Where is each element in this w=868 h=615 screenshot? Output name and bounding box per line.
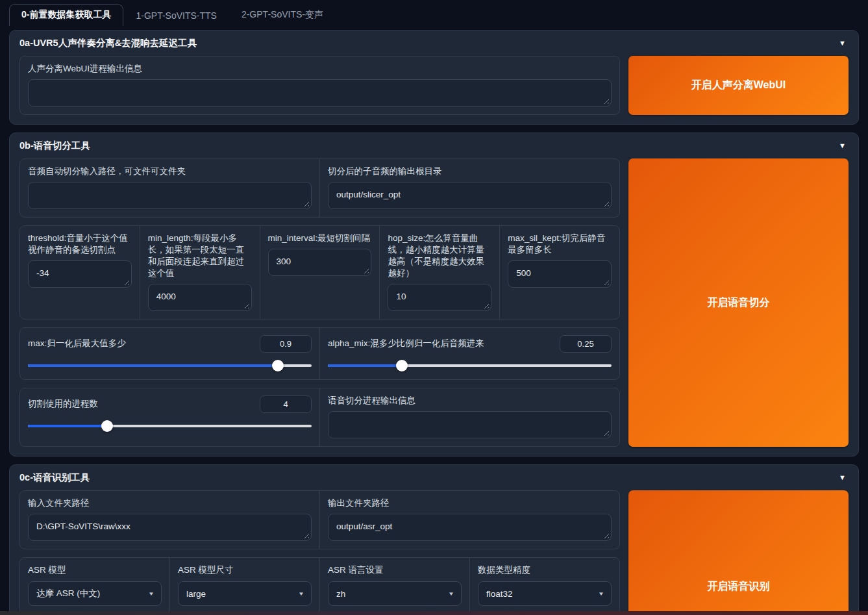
slicer-output-info-textarea[interactable]	[328, 411, 612, 438]
section-0c-title: 0c-语音识别工具	[19, 471, 90, 484]
bottom-gradient-strip	[0, 611, 868, 615]
slider-n-process-fill	[28, 425, 107, 427]
slider-max-label: max:归一化后最大值多少	[28, 338, 126, 349]
section-0a-body: 人声分离WebUI进程输出信息 开启人声分离WebUI	[19, 56, 849, 115]
slicer-input-path-cell: 音频自动切分输入路径，可文件可文件夹	[20, 159, 319, 217]
slicer-paths-group: 音频自动切分输入路径，可文件可文件夹 切分后的子音频的输出根目录 output/…	[19, 158, 620, 218]
dropdown-caret-icon: ▼	[148, 591, 155, 597]
param-max-sil-kept-cell: max_sil_kept:切完后静音最多留多长 500	[499, 226, 619, 319]
asr-options-group: ASR 模型 达摩 ASR (中文) ▼ ASR 模型尺寸 large ▼	[19, 557, 620, 614]
uvr5-output-label: 人声分离WebUI进程输出信息	[28, 63, 612, 75]
tab-dataset-tools[interactable]: 0-前置数据集获取工具	[9, 4, 123, 26]
param-max-sil-kept-textarea[interactable]: 500	[508, 260, 612, 288]
param-hop-size-cell: hop_size:怎么算音量曲线，越小精度越大计算量越高（不是精度越大效果越好）…	[379, 226, 499, 319]
asr-model-size-dropdown[interactable]: large ▼	[178, 581, 312, 606]
asr-output-dir-cell: 输出文件夹路径 output/asr_opt	[319, 491, 619, 549]
param-min-interval-textarea[interactable]: 300	[268, 249, 372, 276]
slider-max-cell: max:归一化后最大值多少	[20, 328, 319, 379]
section-0a-btn-col: 开启人声分离WebUI	[628, 56, 849, 115]
slicer-output-dir-textarea[interactable]: output/slicer_opt	[328, 182, 612, 209]
section-0c-body: 输入文件夹路径 D:\GPT-SoVITS\raw\xxx 输出文件夹路径 ou…	[19, 490, 849, 615]
slider-alpha-mix-handle[interactable]	[396, 360, 408, 371]
asr-input-dir-cell: 输入文件夹路径 D:\GPT-SoVITS\raw\xxx	[20, 491, 319, 549]
open-uvr5-webui-button[interactable]: 开启人声分离WebUI	[628, 56, 849, 115]
param-min-length-label: min_length:每段最小多长，如果第一段太短一直和后面段连起来直到超过这个…	[148, 232, 252, 279]
param-min-length-textarea[interactable]: 4000	[148, 284, 252, 311]
slicer-output-dir-label: 切分后的子音频的输出根目录	[328, 166, 612, 177]
param-threshold-label: threshold:音量小于这个值视作静音的备选切割点	[28, 232, 132, 256]
asr-precision-dropdown[interactable]: float32 ▼	[478, 581, 612, 606]
param-hop-size-label: hop_size:怎么算音量曲线，越小精度越大计算量越高（不是精度越大效果越好）	[388, 232, 491, 279]
slider-alpha-mix-top: alpha_mix:混多少比例归一化后音频进来	[328, 334, 612, 353]
slider-max-value-input[interactable]	[260, 335, 312, 353]
slider-alpha-mix-cell: alpha_mix:混多少比例归一化后音频进来	[319, 328, 619, 379]
asr-input-dir-label: 输入文件夹路径	[28, 497, 312, 509]
collapse-icon[interactable]: ▼	[836, 38, 849, 48]
asr-input-dir-textarea[interactable]: D:\GPT-SoVITS\raw\xxx	[28, 514, 312, 541]
slider-max-track-zone	[28, 360, 312, 371]
section-0a-uvr5: 0a-UVR5人声伴奏分离&去混响去延迟工具 ▼ 人声分离WebUI进程输出信息	[9, 30, 859, 125]
param-min-length-wrap: 4000	[148, 284, 252, 311]
slider-n-process-top: 切割使用的进程数	[28, 395, 312, 413]
asr-output-dir-label: 输出文件夹路径	[328, 497, 612, 509]
slider-n-process-label: 切割使用的进程数	[28, 398, 98, 410]
slicer-params-group: threshold:音量小于这个值视作静音的备选切割点 -34 min_leng…	[19, 225, 620, 320]
tab-gpt-sovits-voice-change[interactable]: 2-GPT-SoVITS-变声	[229, 4, 336, 26]
section-0a-form: 人声分离WebUI进程输出信息	[19, 56, 620, 115]
section-0a-header: 0a-UVR5人声伴奏分离&去混响去延迟工具 ▼	[19, 35, 849, 51]
slicer-output-info-label: 语音切分进程输出信息	[328, 395, 612, 407]
uvr5-output-textarea[interactable]	[28, 79, 612, 107]
slicer-input-path-textarea[interactable]	[28, 182, 312, 209]
section-0b-header: 0b-语音切分工具 ▼	[19, 138, 849, 153]
asr-model-cell: ASR 模型 达摩 ASR (中文) ▼	[20, 558, 169, 614]
section-0c-header: 0c-语音识别工具 ▼	[19, 470, 849, 485]
slider-n-process-track-zone	[28, 420, 312, 432]
slider-n-process-cell: 切割使用的进程数	[20, 388, 319, 446]
slicer-output-info-cell: 语音切分进程输出信息	[319, 388, 619, 446]
section-0b-title: 0b-语音切分工具	[19, 140, 90, 152]
dropdown-caret-icon: ▼	[598, 591, 604, 597]
asr-model-dropdown[interactable]: 达摩 ASR (中文) ▼	[28, 581, 162, 606]
param-hop-size-wrap: 10	[388, 284, 491, 311]
param-min-interval-label: min_interval:最短切割间隔	[268, 232, 372, 244]
start-slicing-button[interactable]: 开启语音切分	[628, 158, 849, 447]
asr-precision-value: float32	[486, 589, 513, 599]
slider-n-process-handle[interactable]	[101, 420, 113, 432]
param-threshold-textarea[interactable]: -34	[28, 260, 132, 288]
asr-language-dropdown[interactable]: zh ▼	[328, 581, 462, 606]
section-0a-title: 0a-UVR5人声伴奏分离&去混响去延迟工具	[19, 37, 197, 49]
param-min-interval-cell: min_interval:最短切割间隔 300	[260, 226, 380, 319]
section-0b-slicer: 0b-语音切分工具 ▼ 音频自动切分输入路径，可文件可文件夹	[9, 132, 859, 457]
param-threshold-wrap: -34	[28, 260, 132, 288]
uvr5-output-group: 人声分离WebUI进程输出信息	[19, 56, 620, 115]
asr-model-size-cell: ASR 模型尺寸 large ▼	[169, 558, 319, 614]
sections: 0a-UVR5人声伴奏分离&去混响去延迟工具 ▼ 人声分离WebUI进程输出信息	[9, 30, 859, 615]
section-0b-form: 音频自动切分输入路径，可文件可文件夹 切分后的子音频的输出根目录 output/…	[19, 158, 620, 447]
tab-bar: 0-前置数据集获取工具 1-GPT-SoVITS-TTS 2-GPT-SoVIT…	[9, 4, 859, 26]
slider-n-process-value-input[interactable]	[260, 395, 312, 413]
asr-language-cell: ASR 语言设置 zh ▼	[319, 558, 469, 614]
slider-alpha-mix-label: alpha_mix:混多少比例归一化后音频进来	[328, 338, 484, 349]
uvr5-output-wrap	[28, 79, 612, 107]
asr-input-dir-wrap: D:\GPT-SoVITS\raw\xxx	[28, 514, 312, 541]
collapse-icon[interactable]: ▼	[836, 140, 849, 151]
param-min-interval-wrap: 300	[268, 249, 372, 276]
asr-model-size-value: large	[186, 589, 206, 599]
slicer-output-dir-cell: 切分后的子音频的输出根目录 output/slicer_opt	[319, 159, 619, 217]
slicer-input-path-label: 音频自动切分输入路径，可文件可文件夹	[28, 166, 312, 177]
asr-model-value: 达摩 ASR (中文)	[36, 588, 100, 599]
asr-output-dir-textarea[interactable]: output/asr_opt	[328, 514, 612, 541]
section-0c-btn-col: 开启语音识别	[628, 490, 849, 615]
app-root: 0-前置数据集获取工具 1-GPT-SoVITS-TTS 2-GPT-SoVIT…	[0, 0, 868, 615]
slider-alpha-mix-fill	[328, 364, 402, 367]
slicer-output-dir-wrap: output/slicer_opt	[328, 182, 612, 209]
asr-paths-group: 输入文件夹路径 D:\GPT-SoVITS\raw\xxx 输出文件夹路径 ou…	[19, 490, 620, 549]
slider-alpha-mix-value-input[interactable]	[560, 335, 612, 353]
start-asr-button[interactable]: 开启语音识别	[628, 490, 849, 615]
section-0c-form: 输入文件夹路径 D:\GPT-SoVITS\raw\xxx 输出文件夹路径 ou…	[19, 490, 620, 615]
param-hop-size-textarea[interactable]: 10	[388, 284, 491, 311]
slider-max-handle[interactable]	[272, 360, 284, 371]
collapse-icon[interactable]: ▼	[836, 472, 849, 483]
dropdown-caret-icon: ▼	[298, 591, 304, 597]
tab-gpt-sovits-tts[interactable]: 1-GPT-SoVITS-TTS	[123, 5, 229, 26]
